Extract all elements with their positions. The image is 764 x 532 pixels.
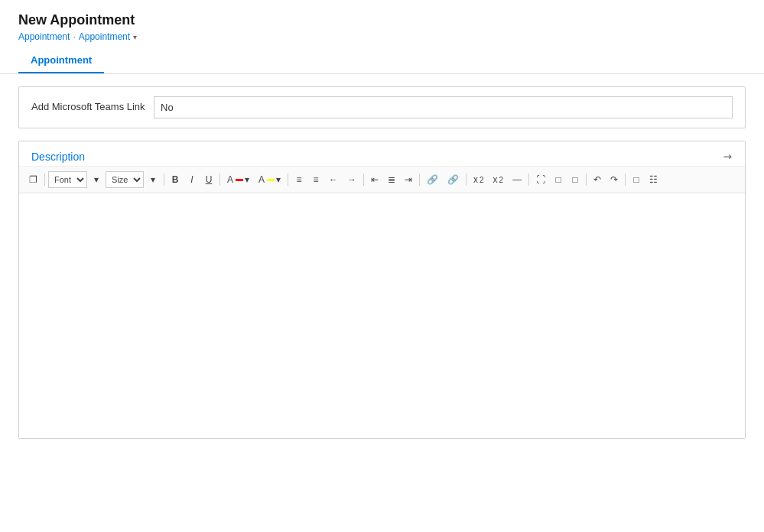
teams-link-card: Add Microsoft Teams Link bbox=[18, 86, 746, 128]
toolbar-sep-8 bbox=[528, 174, 529, 186]
description-header: Description ↗ bbox=[19, 141, 745, 167]
main-content: Add Microsoft Teams Link Description ↗ ❐… bbox=[0, 74, 764, 451]
breadcrumb-dropdown-icon[interactable]: ▾ bbox=[133, 33, 137, 41]
bg-color-btn[interactable]: A▾ bbox=[255, 173, 284, 187]
font-select[interactable]: Font bbox=[48, 171, 87, 188]
align-center-btn[interactable]: ≣ bbox=[384, 173, 399, 187]
teams-link-input[interactable] bbox=[154, 96, 733, 118]
toolbar-sep-9 bbox=[586, 174, 587, 186]
align-right-btn[interactable]: ⇥ bbox=[401, 173, 416, 187]
increase-indent-btn[interactable]: → bbox=[343, 173, 360, 187]
page-title: New Appointment bbox=[18, 12, 746, 28]
horizontal-rule-btn[interactable]: — bbox=[509, 173, 525, 187]
toolbar-source-btn[interactable]: ❐ bbox=[25, 173, 41, 187]
toolbar-sep-4 bbox=[288, 174, 288, 186]
breadcrumb-item-2[interactable]: Appointment bbox=[79, 31, 130, 42]
table-ops-btn[interactable]: □ bbox=[567, 173, 583, 187]
teams-field-label: Add Microsoft Teams Link bbox=[31, 100, 154, 114]
breadcrumb-separator: · bbox=[73, 31, 75, 42]
editor-toolbar: ❐ Font ▾ Size ▾ B I U A▾ A▾ ≡ ≡ ← → ⇤ bbox=[19, 167, 745, 193]
expand-icon[interactable]: ↗ bbox=[720, 149, 736, 164]
bold-btn[interactable]: B bbox=[167, 173, 183, 187]
subscript-btn[interactable]: x2 bbox=[489, 173, 508, 187]
description-editor-body[interactable] bbox=[19, 193, 745, 438]
font-color-btn[interactable]: A▾ bbox=[223, 173, 253, 187]
toolbar-sep-3 bbox=[219, 174, 220, 186]
toolbar-sep-6 bbox=[419, 174, 420, 186]
superscript-btn[interactable]: x2 bbox=[470, 173, 488, 187]
toolbar-sep-7 bbox=[466, 174, 467, 186]
toolbar-sep-5 bbox=[363, 174, 364, 186]
tab-bar: Appointment bbox=[18, 48, 746, 73]
breadcrumb-item-1[interactable]: Appointment bbox=[18, 31, 70, 42]
breadcrumb: Appointment · Appointment ▾ bbox=[18, 31, 746, 42]
underline-btn[interactable]: U bbox=[201, 173, 216, 187]
image-btn[interactable]: ⛶ bbox=[532, 173, 549, 187]
align-left-btn[interactable]: ⇤ bbox=[367, 173, 382, 187]
bullet-list-btn[interactable]: ≡ bbox=[308, 173, 323, 187]
link-btn[interactable]: 🔗 bbox=[423, 173, 442, 187]
font-dropdown-icon[interactable]: ▾ bbox=[89, 173, 104, 187]
redo-btn[interactable]: ↷ bbox=[606, 173, 622, 187]
teams-field-row: Add Microsoft Teams Link bbox=[19, 87, 745, 128]
table-btn[interactable]: □ bbox=[551, 173, 566, 187]
numbered-list-btn[interactable]: ≡ bbox=[291, 173, 307, 187]
undo-btn[interactable]: ↶ bbox=[590, 173, 605, 187]
teams-field-input-wrapper bbox=[154, 96, 733, 118]
unlink-btn[interactable]: 🔗 bbox=[444, 173, 463, 187]
decrease-indent-btn[interactable]: ← bbox=[325, 173, 342, 187]
show-blocks-btn[interactable]: ☷ bbox=[645, 173, 662, 187]
toolbar-sep-2 bbox=[164, 174, 164, 186]
toolbar-sep-10 bbox=[625, 174, 626, 186]
page-header: New Appointment Appointment · Appointmen… bbox=[0, 0, 764, 74]
size-select[interactable]: Size bbox=[106, 171, 144, 188]
description-card: Description ↗ ❐ Font ▾ Size ▾ B I U A▾ A… bbox=[18, 141, 746, 439]
toolbar-sep-1 bbox=[44, 174, 45, 186]
size-dropdown-icon[interactable]: ▾ bbox=[145, 173, 161, 187]
maximize-btn[interactable]: □ bbox=[629, 173, 644, 187]
tab-appointment[interactable]: Appointment bbox=[18, 48, 104, 73]
italic-btn[interactable]: I bbox=[184, 173, 200, 187]
description-heading: Description bbox=[31, 151, 85, 163]
